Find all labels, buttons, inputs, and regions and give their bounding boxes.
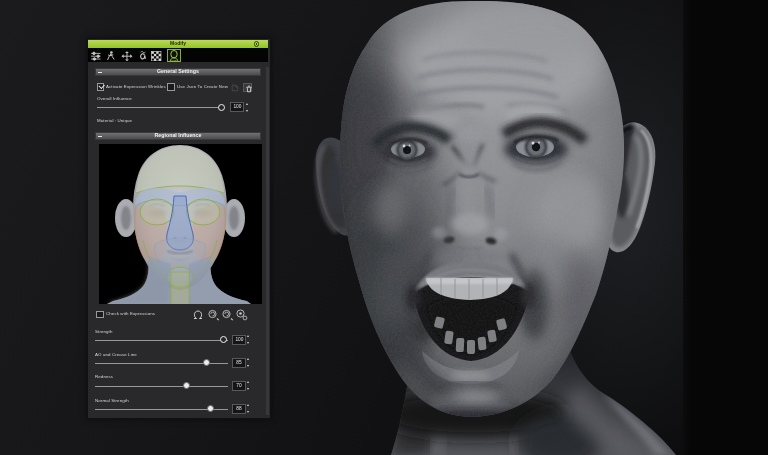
svg-text:json: json [170, 58, 177, 62]
